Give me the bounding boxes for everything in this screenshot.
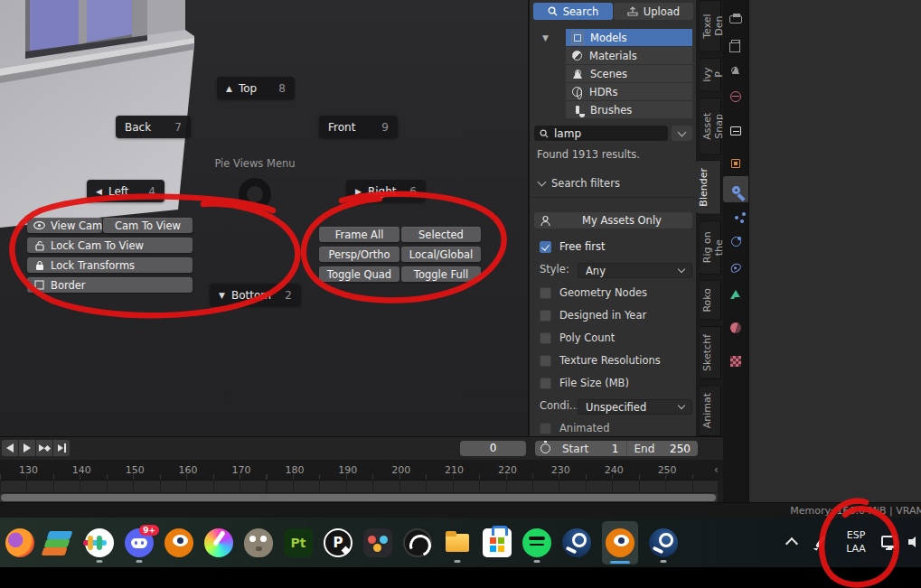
local-global-button[interactable]: Local/Global: [401, 247, 481, 262]
style-dropdown[interactable]: Any: [578, 263, 692, 278]
asset-category-row[interactable]: Brushes: [566, 101, 692, 118]
my-assets-only-button[interactable]: My Assets Only: [534, 212, 692, 229]
taskbar-app-button[interactable]: P: [324, 522, 352, 564]
checkbox-unchecked-icon[interactable]: [540, 332, 551, 344]
category-tree-caret[interactable]: ▼: [542, 33, 549, 42]
taskbar-app-button[interactable]: [45, 522, 74, 564]
checkbox-unchecked-icon[interactable]: [540, 355, 551, 367]
checkbox-unchecked-icon[interactable]: [540, 310, 551, 322]
taskbar-app-button[interactable]: [244, 522, 273, 564]
end-frame-field[interactable]: End 250: [627, 443, 699, 455]
taskbar-app-button[interactable]: [483, 522, 512, 564]
checkbox-unchecked-icon[interactable]: [540, 378, 551, 389]
sidebar-vertical-tab[interactable]: Asset Snap: [700, 98, 721, 155]
tray-expand-chevron-icon[interactable]: [786, 537, 797, 547]
taskbar-app-button[interactable]: [164, 522, 193, 564]
play-reverse-button[interactable]: [2, 440, 18, 456]
checkbox-unchecked-icon[interactable]: [540, 287, 551, 299]
properties-editor-panel[interactable]: [748, 0, 921, 502]
properties-tab[interactable]: [723, 117, 748, 143]
properties-tab[interactable]: [723, 281, 748, 307]
properties-tab[interactable]: [723, 31, 748, 57]
asset-category-row[interactable]: Models: [566, 29, 692, 46]
play-button[interactable]: [19, 440, 35, 456]
lock-cam-to-view-button[interactable]: Lock Cam To View: [27, 238, 193, 253]
taskbar-app-button[interactable]: [602, 521, 638, 565]
sidebar-vertical-tab[interactable]: Blender: [696, 160, 721, 215]
animated-checkbox-row[interactable]: Animated: [540, 422, 609, 434]
jump-to-end-button[interactable]: [53, 440, 70, 456]
3d-viewport[interactable]: Pie Views Menu ▲ Top 8 Back 7 Front 9 ◀ …: [0, 0, 529, 436]
current-frame-field[interactable]: 0: [460, 441, 526, 456]
next-keyframe-button[interactable]: [36, 440, 52, 456]
properties-tab[interactable]: [723, 229, 748, 255]
properties-tab[interactable]: [723, 314, 748, 341]
timeline-scrollbar[interactable]: [0, 493, 718, 502]
frame-selected-button[interactable]: Selected: [401, 227, 481, 242]
sidebar-vertical-tab[interactable]: Rig on the: [700, 220, 721, 275]
persp-ortho-button[interactable]: Persp/Ortho: [319, 247, 399, 262]
taskbar-app-button[interactable]: [649, 522, 678, 564]
toggle-full-button[interactable]: Toggle Full: [401, 266, 481, 282]
properties-tab[interactable]: [723, 57, 748, 83]
toggle-quad-button[interactable]: Toggle Quad: [319, 266, 399, 282]
asset-category-row[interactable]: Scenes: [566, 65, 692, 82]
pie-item-right[interactable]: ▶ Right 6: [346, 180, 426, 202]
checkbox-checked-icon[interactable]: [540, 241, 551, 253]
view-cam-button[interactable]: View Cam: [27, 218, 102, 233]
upload-tab[interactable]: Upload: [614, 3, 693, 20]
region-collapse-chevron[interactable]: ‹: [714, 463, 719, 476]
filter-checkbox-row[interactable]: Geometry Nodes: [540, 286, 647, 299]
taskbar-app-button[interactable]: [443, 522, 472, 564]
properties-tab[interactable]: [723, 150, 748, 176]
pen-icon[interactable]: [813, 534, 829, 552]
lock-transforms-button[interactable]: Lock Transforms: [27, 257, 193, 273]
language-indicator[interactable]: ESP LAA: [835, 528, 877, 555]
taskbar-app-button[interactable]: Pt: [284, 522, 313, 564]
timeline-track-area[interactable]: [0, 480, 718, 492]
pie-item-left[interactable]: ◀ Left 4: [87, 180, 164, 202]
display-icon[interactable]: [881, 536, 897, 547]
search-filters-header[interactable]: Search filters: [539, 177, 620, 190]
pie-item-top[interactable]: ▲ Top 8: [217, 77, 295, 99]
search-tab[interactable]: Search: [533, 3, 613, 20]
asset-search-input[interactable]: lamp: [534, 126, 668, 141]
sidebar-vertical-tab[interactable]: Sketchf: [700, 326, 721, 379]
filter-checkbox-row[interactable]: Poly Count: [540, 331, 615, 344]
pie-item-bottom[interactable]: ▼ Bottom 2: [210, 284, 301, 306]
scrollbar-thumb[interactable]: [1, 494, 716, 501]
pie-item-back[interactable]: Back 7: [116, 116, 191, 138]
condition-dropdown[interactable]: Unspecified: [578, 399, 692, 415]
taskbar-app-button[interactable]: [363, 522, 392, 564]
start-frame-field[interactable]: Start 1: [555, 443, 626, 455]
pie-item-front[interactable]: Front 9: [319, 116, 398, 138]
search-history-dropdown[interactable]: [672, 126, 692, 141]
border-button[interactable]: Border: [27, 277, 193, 293]
taskbar-app-button[interactable]: [5, 522, 34, 564]
properties-tab[interactable]: [723, 255, 748, 281]
properties-tab[interactable]: [723, 202, 748, 229]
speaker-icon[interactable]: [908, 535, 921, 549]
properties-tab[interactable]: [723, 83, 748, 109]
sidebar-vertical-tab[interactable]: Texel Den: [700, 0, 721, 52]
properties-tab[interactable]: [723, 5, 748, 31]
taskbar-app-button[interactable]: [522, 522, 551, 564]
sidebar-vertical-tab[interactable]: Ivy P: [700, 58, 721, 92]
taskbar-app-button[interactable]: [204, 522, 233, 564]
checkbox-unchecked-icon[interactable]: [540, 423, 551, 434]
filter-checkbox-row[interactable]: File Size (MB): [540, 377, 629, 389]
properties-tab[interactable]: [723, 176, 748, 202]
taskbar-app-button[interactable]: [403, 522, 432, 564]
asset-category-row[interactable]: Materials: [566, 47, 692, 64]
filter-checkbox-row[interactable]: Texture Resolutions: [540, 354, 661, 367]
asset-category-row[interactable]: HDRs: [566, 83, 692, 100]
sidebar-vertical-tab[interactable]: Animat: [700, 385, 721, 436]
taskbar-app-button[interactable]: 9+: [125, 522, 154, 564]
taskbar-app-button[interactable]: [562, 522, 591, 564]
frame-all-button[interactable]: Frame All: [319, 227, 399, 242]
filter-checkbox-row[interactable]: Designed in Year: [540, 309, 646, 322]
taskbar-app-button[interactable]: [85, 522, 114, 564]
free-first-checkbox-row[interactable]: Free first: [540, 240, 606, 253]
sidebar-vertical-tab[interactable]: Roko: [700, 280, 721, 321]
cam-to-view-button[interactable]: Cam To View: [103, 218, 193, 233]
